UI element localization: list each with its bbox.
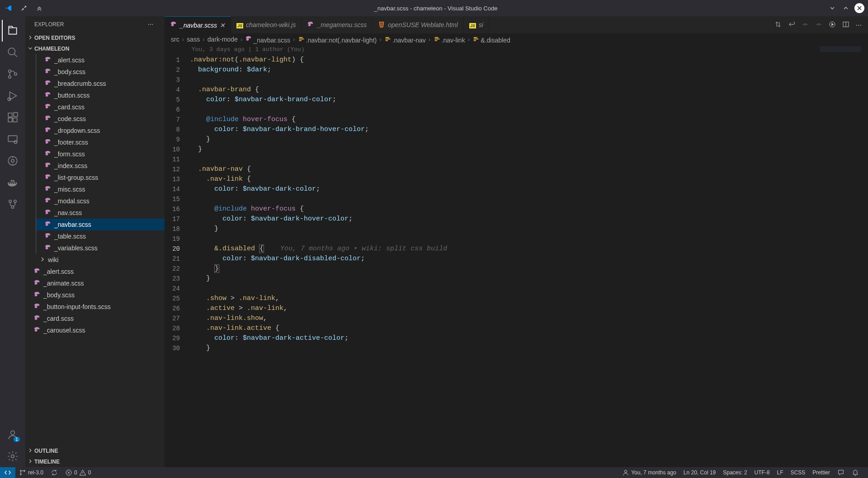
file-item[interactable]: _code.scss xyxy=(36,113,165,125)
file-item[interactable]: _form.scss xyxy=(36,148,165,160)
file-item[interactable]: _list-group.scss xyxy=(36,172,165,183)
folder-item[interactable]: wiki xyxy=(31,254,165,266)
close-window-icon[interactable] xyxy=(854,3,864,13)
next-change-icon[interactable] xyxy=(815,21,822,29)
chevron-up-double-icon[interactable] xyxy=(34,3,44,13)
scss-icon xyxy=(44,209,51,217)
svg-point-15 xyxy=(11,206,14,208)
svg-rect-7 xyxy=(13,118,17,122)
editor-body[interactable]: You, 3 days ago | 1 author (You) 1234567… xyxy=(165,45,868,467)
file-label: _list-group.scss xyxy=(54,174,98,181)
file-item[interactable]: _breadcrumb.scss xyxy=(36,78,165,89)
activity-source-control[interactable] xyxy=(2,63,24,85)
symbol-icon xyxy=(298,37,305,44)
activity-explorer[interactable] xyxy=(2,20,24,42)
activity-extensions[interactable] xyxy=(2,107,24,128)
open-editors-section[interactable]: OPEN EDITORS xyxy=(25,33,165,43)
project-section[interactable]: CHAMELEON xyxy=(25,43,165,54)
file-item[interactable]: _modal.scss xyxy=(36,195,165,207)
breadcrumbs[interactable]: src›sass›dark-mode›_navbar.scss›.navbar:… xyxy=(165,33,868,45)
editor-tab[interactable]: openSUSE Weblate.html xyxy=(373,16,464,33)
file-item[interactable]: _alert.scss xyxy=(36,54,165,66)
activity-search[interactable] xyxy=(2,42,24,63)
file-item[interactable]: _dropdown.scss xyxy=(36,125,165,136)
run-icon[interactable] xyxy=(829,21,836,29)
prettier-status[interactable]: Prettier xyxy=(809,469,834,476)
go-back-icon[interactable] xyxy=(788,21,795,29)
editor-tab[interactable]: _megamenu.scss xyxy=(302,16,373,33)
file-item[interactable]: _navbar.scss xyxy=(36,219,165,230)
activity-docker[interactable] xyxy=(2,172,24,193)
file-item[interactable]: _card.scss xyxy=(31,313,165,324)
activity-remote[interactable] xyxy=(2,128,24,150)
git-branch[interactable]: rel-3.0 xyxy=(15,467,47,478)
file-item[interactable]: _button.scss xyxy=(36,89,165,101)
activity-bar: 1 xyxy=(0,16,25,467)
blame-status[interactable]: You, 7 months ago xyxy=(618,469,680,476)
language-mode[interactable]: SCSS xyxy=(787,469,809,476)
editor-tab[interactable]: _navbar.scss✕ xyxy=(165,16,231,33)
breadcrumb-item[interactable]: src xyxy=(171,36,179,43)
file-item[interactable]: _body.scss xyxy=(36,66,165,78)
file-item[interactable]: _card.scss xyxy=(36,101,165,113)
problems[interactable]: 0 0 xyxy=(61,467,94,478)
scss-icon xyxy=(44,150,51,159)
breadcrumb-item[interactable]: dark-mode xyxy=(208,36,238,43)
timeline-section[interactable]: TIMELINE xyxy=(25,456,165,467)
file-label: _carousel.scss xyxy=(43,327,85,334)
remote-indicator[interactable] xyxy=(0,467,15,478)
file-item[interactable]: _index.scss xyxy=(36,160,165,172)
file-item[interactable]: _variables.scss xyxy=(36,242,165,254)
scss-icon xyxy=(44,173,51,182)
breadcrumb-item[interactable]: &.disabled xyxy=(472,35,510,44)
bell-icon[interactable] xyxy=(848,469,863,476)
sync-icon[interactable] xyxy=(47,467,61,478)
chevron-right-icon: › xyxy=(203,36,205,43)
file-tree[interactable]: _alert.scss_body.scss_breadcrumb.scss_bu… xyxy=(25,54,165,445)
activity-gitlens[interactable] xyxy=(2,150,24,172)
file-item[interactable]: _nav.scss xyxy=(36,207,165,219)
breadcrumb-item[interactable]: .nav-link xyxy=(434,35,465,44)
indentation[interactable]: Spaces: 2 xyxy=(719,469,750,476)
code-content[interactable]: .navbar:not(.navbar-light) { background:… xyxy=(190,45,868,467)
encoding[interactable]: UTF-8 xyxy=(751,469,774,476)
minimap[interactable] xyxy=(820,46,861,145)
file-item[interactable]: _table.scss xyxy=(36,230,165,242)
file-item[interactable]: _body.scss xyxy=(31,289,165,301)
more-actions-icon[interactable]: ⋯ xyxy=(856,22,862,28)
file-item[interactable]: _carousel.scss xyxy=(31,324,165,336)
file-label: _card.scss xyxy=(43,315,74,322)
breadcrumb-item[interactable]: _navbar.scss xyxy=(245,35,290,44)
file-item[interactable]: _button-input-fonts.scss xyxy=(31,301,165,313)
file-item[interactable]: _alert.scss xyxy=(31,266,165,277)
file-item[interactable]: _animate.scss xyxy=(31,277,165,289)
editor-tab[interactable]: JSsi xyxy=(464,16,489,33)
activity-settings[interactable] xyxy=(2,445,24,467)
activity-account[interactable]: 1 xyxy=(2,424,24,445)
file-item[interactable]: _misc.scss xyxy=(36,183,165,195)
pin-icon[interactable] xyxy=(19,3,29,13)
eol[interactable]: LF xyxy=(774,469,787,476)
file-item[interactable]: _footer.scss xyxy=(36,136,165,148)
split-editor-icon[interactable] xyxy=(842,21,849,29)
scss-icon xyxy=(44,91,51,100)
tab-label: _navbar.scss xyxy=(180,22,217,29)
cursor-position[interactable]: Ln 20, Col 19 xyxy=(680,469,719,476)
chevron-up-icon[interactable] xyxy=(841,3,851,13)
prev-change-icon[interactable] xyxy=(802,21,809,29)
file-label: _button.scss xyxy=(54,92,90,99)
sidebar-title: EXPLORER ⋯ xyxy=(25,16,165,33)
breadcrumb-item[interactable]: .navbar:not(.navbar-light) xyxy=(298,35,377,44)
outline-section[interactable]: OUTLINE xyxy=(25,445,165,456)
chevron-down-icon[interactable] xyxy=(827,3,837,13)
activity-github[interactable] xyxy=(2,193,24,215)
close-tab-icon[interactable]: ✕ xyxy=(220,22,225,29)
chevron-right-icon: › xyxy=(468,36,470,43)
activity-run-debug[interactable] xyxy=(2,85,24,107)
breadcrumb-item[interactable]: .navbar-nav xyxy=(384,35,426,44)
compare-icon[interactable] xyxy=(774,21,782,29)
breadcrumb-item[interactable]: sass xyxy=(187,36,200,43)
more-icon[interactable]: ⋯ xyxy=(146,19,156,29)
editor-tab[interactable]: JSchameleon-wiki.js xyxy=(231,16,302,33)
feedback-icon[interactable] xyxy=(834,469,848,476)
